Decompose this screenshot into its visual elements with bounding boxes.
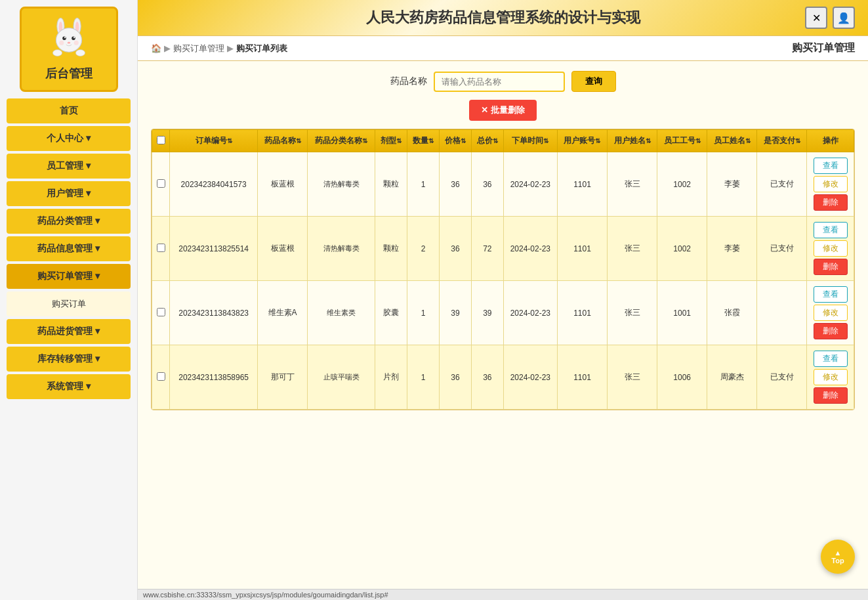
row-user-name: 张三 [608,281,657,345]
row-user-name: 张三 [608,345,657,410]
th-drug-name: 药品名称⇅ [258,130,308,152]
row-form: 胶囊 [375,281,407,345]
table-row: 2023423113825514 板蓝根 清热解毒类 颗粒 2 36 72 20… [152,217,854,281]
sidebar-title: 后台管理 [45,66,93,81]
row-select-checkbox[interactable] [157,308,165,316]
row-staff-id: 1002 [657,217,707,281]
row-checkbox [152,152,170,217]
delete-button[interactable]: 删除 [814,323,848,339]
th-user-account: 用户账号⇅ [557,130,607,152]
row-price: 39 [440,281,472,345]
svg-point-6 [72,36,75,40]
sidebar-item-stock-transfer[interactable]: 库存转移管理 ▾ [7,347,131,372]
svg-point-7 [64,37,66,38]
edit-button[interactable]: 修改 [814,369,848,385]
svg-point-9 [67,42,70,44]
view-button[interactable]: 查看 [814,286,848,303]
row-order-no: 2023423113843823 [170,281,258,345]
close-button[interactable]: ✕ [805,7,827,29]
top-scroll-button[interactable]: ▲ Top [821,540,855,574]
row-drug-name: 维生素A [258,281,308,345]
batch-bar: ✕ 批量删除 [151,100,855,121]
delete-button[interactable]: 删除 [814,387,848,404]
sidebar-item-user[interactable]: 用户管理 ▾ [7,181,131,206]
th-checkbox [152,130,170,152]
row-qty: 1 [407,345,440,410]
th-paid: 是否支付⇅ [757,130,807,152]
th-qty: 数量⇅ [407,130,440,152]
row-order-time: 2024-02-23 [503,152,557,217]
top-arrow-icon: ▲ [835,549,842,557]
row-user-account: 1101 [557,217,607,281]
select-all-checkbox[interactable] [157,136,165,144]
sidebar-item-personal[interactable]: 个人中心 ▾ [7,126,131,151]
row-user-account: 1101 [557,345,607,410]
row-select-checkbox[interactable] [157,244,165,252]
sidebar-item-purchase-order-sub[interactable]: 购买订单 [7,291,131,316]
row-checkbox [152,345,170,410]
th-actions: 操作 [807,130,854,152]
row-staff-name: 李萎 [707,217,757,281]
svg-point-10 [59,41,64,45]
breadcrumb-page-title: 购买订单管理 [792,41,855,55]
edit-button[interactable]: 修改 [814,305,848,321]
url-bar: www.csbishe.cn:33333/ssm_ypxsjxcsys/jsp/… [138,589,868,600]
th-user-name: 用户姓名⇅ [608,130,657,152]
top-banner-actions: ✕ 👤 [805,7,855,29]
sidebar-item-system[interactable]: 系统管理 ▾ [7,374,131,399]
row-form: 片剂 [375,345,407,410]
row-select-checkbox[interactable] [157,179,165,188]
batch-delete-button[interactable]: ✕ 批量删除 [469,100,537,121]
sidebar-item-drug-category[interactable]: 药品分类管理 ▾ [7,209,131,234]
search-input[interactable] [434,72,565,92]
sidebar-item-drug-inbound[interactable]: 药品进货管理 ▾ [7,319,131,344]
row-staff-name: 周豪杰 [707,345,757,410]
search-button[interactable]: 查询 [571,71,616,92]
row-actions: 查看 修改 删除 [807,217,854,281]
breadcrumb-sep2: ▶ [227,43,234,53]
edit-button[interactable]: 修改 [814,176,848,192]
row-staff-id: 1002 [657,152,707,217]
delete-button[interactable]: 删除 [814,259,848,275]
sidebar-item-staff[interactable]: 员工管理 ▾ [7,154,131,179]
row-checkbox [152,281,170,345]
svg-point-5 [62,36,66,40]
edit-button[interactable]: 修改 [814,240,848,257]
row-qty: 1 [407,152,440,217]
delete-button[interactable]: 删除 [814,194,848,211]
table-row: 2023423113843823 维生素A 维生素类 胶囊 1 39 39 20… [152,281,854,345]
home-icon[interactable]: 🏠 [151,43,161,53]
row-paid: 已支付 [757,345,807,410]
breadcrumb-item1[interactable]: 购买订单管理 [173,43,224,54]
row-paid: 已支付 [757,152,807,217]
view-button[interactable]: 查看 [814,222,848,238]
row-order-no: 2023423113825514 [170,217,258,281]
sidebar-item-drug-info[interactable]: 药品信息管理 ▾ [7,236,131,261]
user-button[interactable]: 👤 [833,7,855,29]
rabbit-icon [46,17,92,63]
row-select-checkbox[interactable] [157,372,165,381]
svg-point-13 [75,50,85,56]
user-icon: 👤 [837,12,850,24]
row-user-account: 1101 [557,152,607,217]
row-staff-name: 李萎 [707,152,757,217]
th-order-no: 订单编号⇅ [170,130,258,152]
row-qty: 1 [407,281,440,345]
row-order-time: 2024-02-23 [503,217,557,281]
view-button[interactable]: 查看 [814,351,848,367]
view-button[interactable]: 查看 [814,158,848,174]
orders-table: 订单编号⇅ 药品名称⇅ 药品分类名称⇅ 剂型⇅ 数量⇅ 价格⇅ 总价⇅ 下单时间… [152,129,854,410]
row-drug-name: 板蓝根 [258,217,308,281]
th-form: 剂型⇅ [375,130,407,152]
sidebar-item-home[interactable]: 首页 [7,98,131,123]
sidebar-logo: 后台管理 [20,7,118,92]
row-category: 清热解毒类 [308,217,375,281]
row-price: 36 [440,152,472,217]
th-price: 价格⇅ [440,130,472,152]
row-order-time: 2024-02-23 [503,345,557,410]
row-order-no: 2023423113858965 [170,345,258,410]
th-total: 总价⇅ [471,130,503,152]
sidebar-item-purchase-order[interactable]: 购买订单管理 ▾ [7,264,131,289]
sidebar-nav: 首页 个人中心 ▾ 员工管理 ▾ 用户管理 ▾ 药品分类管理 ▾ 药品信息管理 … [0,98,137,399]
breadcrumb-item2: 购买订单列表 [236,43,287,54]
